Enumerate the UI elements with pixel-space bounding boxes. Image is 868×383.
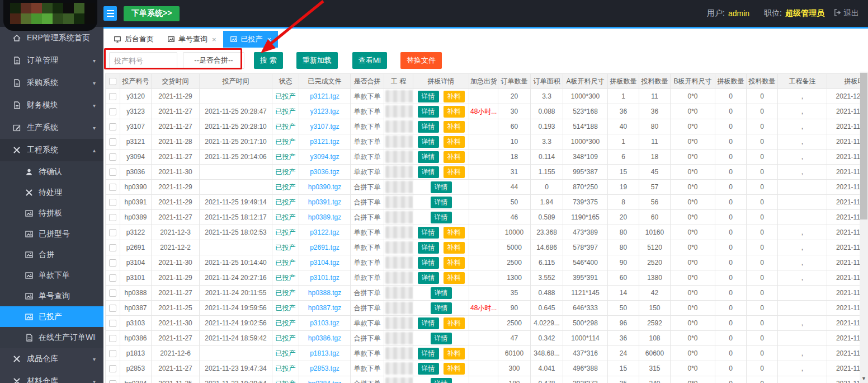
sidebar-item-pending-panel[interactable]: 待拼板 xyxy=(0,203,103,223)
supplement-button[interactable]: 补料 xyxy=(444,317,465,329)
file-link[interactable]: y3123.tgz xyxy=(310,108,339,115)
tab-in-production[interactable]: 已投产× xyxy=(223,31,279,48)
vertical-scrollbar[interactable]: ▼ xyxy=(860,72,868,383)
sidebar-item-order-query[interactable]: 单号查询 xyxy=(0,286,103,306)
detail-button[interactable]: 详情 xyxy=(418,151,439,163)
row-checkbox[interactable] xyxy=(109,365,116,372)
detail-button[interactable]: 详情 xyxy=(431,287,452,299)
supplement-button[interactable]: 补料 xyxy=(444,151,465,163)
supplement-button[interactable]: 补料 xyxy=(444,136,465,148)
row-checkbox[interactable] xyxy=(109,199,116,206)
sidebar-item-merge[interactable]: 合拼 xyxy=(0,244,103,265)
file-link[interactable]: p3121.tgz xyxy=(310,138,339,146)
sidebar-item-order-mgmt[interactable]: 订单管理▾ xyxy=(0,49,103,72)
row-checkbox[interactable] xyxy=(109,214,116,221)
tab-close-icon[interactable]: × xyxy=(267,35,272,44)
file-link[interactable]: hp0388.tgz xyxy=(308,289,341,297)
file-link[interactable]: hp0389.tgz xyxy=(308,213,341,221)
detail-button[interactable]: 详情 xyxy=(418,106,439,118)
logout-button[interactable]: 退出 xyxy=(833,8,859,18)
supplement-button[interactable]: 补料 xyxy=(444,166,465,178)
sidebar-item-production-system[interactable]: 生产系统▾ xyxy=(0,116,103,139)
sidebar-item-purchase-system[interactable]: 采购系统▾ xyxy=(0,72,103,94)
supplement-button[interactable]: 补料 xyxy=(444,121,465,133)
tab-order-query[interactable]: 单号查询× xyxy=(161,31,223,48)
sidebar-item-pending-process[interactable]: 待处理 xyxy=(0,182,103,203)
merge-select[interactable]: --是否合拼-- xyxy=(183,52,244,69)
supplement-button[interactable]: 补料 xyxy=(444,257,465,269)
file-link[interactable]: hp0387.tgz xyxy=(308,304,341,312)
detail-button[interactable]: 详情 xyxy=(431,302,452,314)
detail-button[interactable]: 详情 xyxy=(431,197,452,208)
supplement-button[interactable]: 补料 xyxy=(444,272,465,284)
sidebar-item-panel-done-model[interactable]: 已拼型号 xyxy=(0,223,103,244)
supplement-button[interactable]: 补料 xyxy=(444,227,465,239)
file-link[interactable]: hp0384.tgz xyxy=(308,380,341,383)
tab-home[interactable]: 后台首页 xyxy=(107,31,161,48)
sidebar-item-online-wip[interactable]: 在线生产订单WIP xyxy=(0,327,103,348)
detail-button[interactable]: 详情 xyxy=(431,181,452,193)
row-checkbox[interactable] xyxy=(109,335,116,342)
file-link[interactable]: hp0386.tgz xyxy=(308,334,341,342)
row-checkbox[interactable] xyxy=(109,305,116,312)
row-checkbox[interactable] xyxy=(109,274,116,282)
detail-button[interactable]: 详情 xyxy=(431,212,452,223)
supplement-button[interactable]: 补料 xyxy=(444,242,465,254)
file-link[interactable]: p3103.tgz xyxy=(310,319,339,327)
search-button[interactable]: 搜 索 xyxy=(254,52,283,69)
file-link[interactable]: p3122.tgz xyxy=(310,228,339,236)
sidebar-item-product-warehouse[interactable]: 成品仓库▾ xyxy=(0,348,103,370)
sidebar-item-finance-module[interactable]: 财务模块▾ xyxy=(0,94,103,116)
row-checkbox[interactable] xyxy=(109,108,116,115)
sidebar-item-in-production[interactable]: 已投产 xyxy=(0,306,103,327)
file-link[interactable]: p3101.tgz xyxy=(310,274,339,282)
file-link[interactable]: y3107.tgz xyxy=(310,123,339,130)
detail-button[interactable]: 详情 xyxy=(418,166,439,178)
detail-button[interactable]: 详情 xyxy=(418,227,439,239)
sidebar-item-pending-confirm[interactable]: 待确认 xyxy=(0,161,103,182)
row-checkbox[interactable] xyxy=(109,259,116,267)
scrollbar-thumb[interactable] xyxy=(860,73,867,219)
supplement-button[interactable]: 补料 xyxy=(444,363,465,375)
file-link[interactable]: p2691.tgz xyxy=(310,244,339,251)
file-link[interactable]: p3104.tgz xyxy=(310,259,339,267)
scrollbar-down-arrow[interactable]: ▼ xyxy=(860,376,868,381)
sidebar-item-single-order[interactable]: 单款下单 xyxy=(0,265,103,286)
file-link[interactable]: p2853.tgz xyxy=(310,365,339,372)
select-all-checkbox[interactable] xyxy=(109,78,116,85)
supplement-button[interactable]: 补料 xyxy=(444,106,465,118)
tab-close-icon[interactable]: × xyxy=(212,35,216,44)
row-checkbox[interactable] xyxy=(109,123,116,130)
product-id-input[interactable] xyxy=(109,52,177,69)
file-link[interactable]: p1813.tgz xyxy=(310,349,339,357)
detail-button[interactable]: 详情 xyxy=(431,378,452,383)
detail-button[interactable]: 详情 xyxy=(418,257,439,269)
row-checkbox[interactable] xyxy=(109,350,116,357)
file-link[interactable]: p3036.tgz xyxy=(310,168,339,176)
file-link[interactable]: hp0390.tgz xyxy=(308,183,341,191)
row-checkbox[interactable] xyxy=(109,93,116,100)
detail-button[interactable]: 详情 xyxy=(431,333,452,344)
row-checkbox[interactable] xyxy=(109,244,116,251)
row-checkbox[interactable] xyxy=(109,380,116,383)
supplement-button[interactable]: 补料 xyxy=(444,91,465,102)
view-mi-button[interactable]: 查看MI xyxy=(352,52,387,69)
file-link[interactable]: hp0391.tgz xyxy=(308,198,341,206)
sidebar-item-engineering-system[interactable]: 工程系统▴ xyxy=(0,139,103,161)
file-link[interactable]: y3094.tgz xyxy=(310,153,339,161)
detail-button[interactable]: 详情 xyxy=(418,91,439,102)
row-checkbox[interactable] xyxy=(109,169,116,176)
supplement-button[interactable]: 补料 xyxy=(444,348,465,359)
detail-button[interactable]: 详情 xyxy=(418,121,439,133)
sidebar-item-material-warehouse[interactable]: 材料仓库▾ xyxy=(0,370,103,383)
order-system-button[interactable]: 下单系统>> xyxy=(124,6,180,21)
row-checkbox[interactable] xyxy=(109,153,116,161)
row-checkbox[interactable] xyxy=(109,138,116,146)
replace-file-button[interactable]: 替换文件 xyxy=(400,52,442,69)
detail-button[interactable]: 详情 xyxy=(418,242,439,254)
row-checkbox[interactable] xyxy=(109,229,116,236)
detail-button[interactable]: 详情 xyxy=(418,272,439,284)
detail-button[interactable]: 详情 xyxy=(418,363,439,375)
row-checkbox[interactable] xyxy=(109,320,116,327)
reload-button[interactable]: 重新加载 xyxy=(296,52,338,69)
